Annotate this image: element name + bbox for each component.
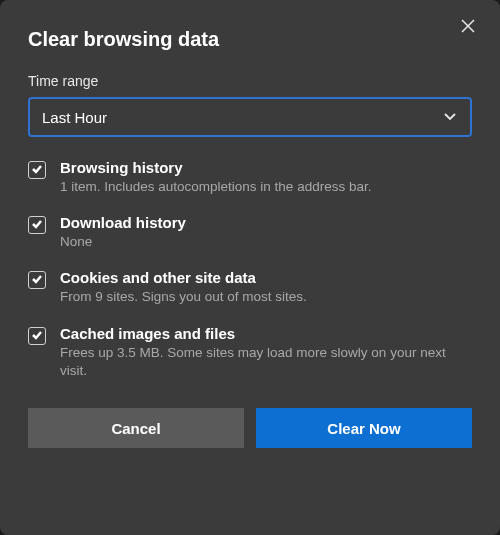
option-cache: Cached images and files Frees up 3.5 MB.… bbox=[28, 325, 472, 380]
option-title: Cookies and other site data bbox=[60, 269, 307, 286]
checkbox-cache[interactable] bbox=[28, 327, 46, 345]
clear-now-button[interactable]: Clear Now bbox=[256, 408, 472, 448]
option-desc: None bbox=[60, 233, 186, 251]
cancel-button[interactable]: Cancel bbox=[28, 408, 244, 448]
clear-browsing-data-dialog: Clear browsing data Time range Last Hour… bbox=[0, 0, 500, 535]
option-cookies: Cookies and other site data From 9 sites… bbox=[28, 269, 472, 306]
check-icon bbox=[31, 216, 43, 234]
option-title: Cached images and files bbox=[60, 325, 472, 342]
option-download-history: Download history None bbox=[28, 214, 472, 251]
time-range-select[interactable]: Last Hour bbox=[28, 97, 472, 137]
option-title: Download history bbox=[60, 214, 186, 231]
options-list: Browsing history 1 item. Includes autoco… bbox=[28, 159, 472, 380]
check-icon bbox=[31, 271, 43, 289]
checkbox-browsing-history[interactable] bbox=[28, 161, 46, 179]
checkbox-download-history[interactable] bbox=[28, 216, 46, 234]
chevron-down-icon bbox=[442, 108, 458, 127]
dialog-buttons: Cancel Clear Now bbox=[28, 408, 472, 448]
checkbox-cookies[interactable] bbox=[28, 271, 46, 289]
option-desc: From 9 sites. Signs you out of most site… bbox=[60, 288, 307, 306]
dialog-title: Clear browsing data bbox=[28, 28, 472, 51]
option-desc: Frees up 3.5 MB. Some sites may load mor… bbox=[60, 344, 472, 380]
option-browsing-history: Browsing history 1 item. Includes autoco… bbox=[28, 159, 472, 196]
close-icon bbox=[460, 18, 476, 38]
check-icon bbox=[31, 161, 43, 179]
time-range-value: Last Hour bbox=[42, 109, 107, 126]
close-button[interactable] bbox=[456, 16, 480, 40]
option-desc: 1 item. Includes autocompletions in the … bbox=[60, 178, 371, 196]
option-title: Browsing history bbox=[60, 159, 371, 176]
check-icon bbox=[31, 327, 43, 345]
time-range-label: Time range bbox=[28, 73, 472, 89]
